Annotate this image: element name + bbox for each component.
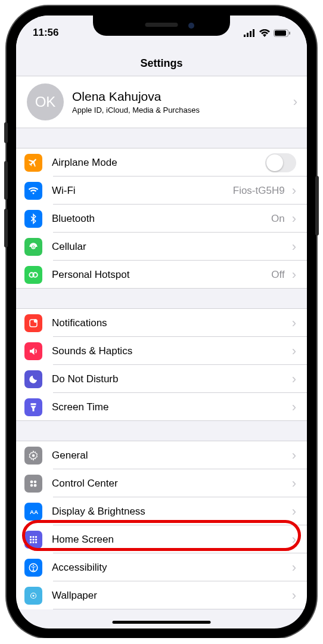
row-accessibility[interactable]: Accessibility › — [16, 553, 307, 581]
section-gap — [16, 289, 307, 309]
svg-rect-1 — [247, 33, 249, 37]
svg-rect-2 — [250, 31, 251, 37]
svg-rect-6 — [289, 32, 290, 35]
front-camera — [188, 23, 194, 29]
svg-text:AA: AA — [30, 508, 38, 515]
control-center-icon — [24, 475, 42, 493]
chevron-right-icon: › — [292, 588, 296, 603]
svg-rect-18 — [30, 536, 32, 538]
row-notifications[interactable]: Notifications › — [16, 309, 307, 337]
wifi-icon — [24, 182, 42, 200]
section-gap — [16, 128, 307, 148]
chevron-right-icon: › — [292, 183, 296, 199]
power-button[interactable] — [315, 176, 319, 236]
row-wallpaper[interactable]: Wallpaper › — [16, 581, 307, 609]
row-personal-hotspot[interactable]: Personal Hotspot Off › — [16, 261, 307, 289]
row-wifi[interactable]: Wi-Fi Fios-tG5H9 › — [16, 177, 307, 205]
screen: 11:56 Settings OK Olena Kahujova Apple I… — [16, 16, 307, 628]
row-control-center[interactable]: Control Center › — [16, 469, 307, 497]
cellular-icon — [24, 238, 42, 256]
svg-point-7 — [33, 246, 35, 247]
svg-rect-25 — [33, 541, 35, 543]
sounds-icon — [24, 342, 42, 360]
profile-name: Olena Kahujova — [72, 89, 200, 104]
row-label: Cellular — [52, 241, 290, 253]
mute-switch[interactable] — [4, 122, 8, 143]
hotspot-icon — [24, 266, 42, 284]
general-icon — [24, 447, 42, 465]
chevron-right-icon: › — [292, 371, 296, 387]
airplane-icon — [24, 154, 42, 172]
row-airplane-mode[interactable]: Airplane Mode — [16, 148, 307, 177]
row-cellular[interactable]: Cellular › — [16, 233, 307, 261]
wallpaper-icon — [24, 587, 42, 605]
screentime-icon — [24, 398, 42, 416]
row-do-not-disturb[interactable]: Do Not Disturb › — [16, 365, 307, 393]
bluetooth-icon — [24, 210, 42, 228]
chevron-right-icon: › — [292, 343, 296, 359]
row-value: On — [271, 213, 285, 225]
notifications-icon — [24, 314, 42, 332]
chevron-right-icon: › — [293, 94, 297, 110]
svg-rect-5 — [275, 30, 286, 36]
avatar: OK — [27, 83, 64, 120]
row-value: Fios-tG5H9 — [233, 185, 285, 197]
svg-point-15 — [30, 484, 33, 487]
chevron-right-icon: › — [292, 315, 296, 331]
volume-down-button[interactable] — [4, 209, 8, 247]
row-label: Control Center — [52, 478, 290, 490]
cellular-signal-icon — [244, 29, 256, 37]
svg-rect-21 — [30, 538, 32, 540]
home-indicator[interactable] — [113, 621, 211, 624]
profile-subtitle: Apple ID, iCloud, Media & Purchases — [72, 106, 200, 114]
row-label: Sounds & Haptics — [52, 345, 290, 357]
svg-point-30 — [33, 595, 35, 596]
row-value: Off — [271, 269, 284, 281]
row-home-screen[interactable]: Home Screen › — [16, 525, 307, 553]
phone-frame: 11:56 Settings OK Olena Kahujova Apple I… — [7, 6, 316, 638]
chevron-right-icon: › — [292, 239, 296, 255]
row-bluetooth[interactable]: Bluetooth On › — [16, 205, 307, 233]
svg-rect-13 — [30, 480, 33, 483]
display-icon: AA — [24, 503, 42, 521]
row-label: Display & Brightness — [52, 506, 290, 518]
row-display-brightness[interactable]: AA Display & Brightness › — [16, 497, 307, 525]
row-general[interactable]: General › — [16, 441, 307, 469]
battery-icon — [274, 29, 290, 37]
row-label: Wi-Fi — [52, 185, 233, 197]
airplane-toggle[interactable] — [265, 153, 296, 172]
svg-rect-0 — [244, 35, 246, 37]
row-label: Wallpaper — [52, 590, 290, 602]
row-label: General — [52, 450, 290, 462]
row-label: Bluetooth — [52, 213, 271, 225]
svg-rect-16 — [34, 484, 37, 487]
svg-rect-24 — [30, 541, 32, 543]
row-label: Accessibility — [52, 562, 290, 574]
accessibility-icon — [24, 559, 42, 577]
row-label: Personal Hotspot — [52, 269, 271, 281]
svg-rect-3 — [253, 29, 254, 37]
earpiece-speaker — [145, 23, 178, 27]
profile-row[interactable]: OK Olena Kahujova Apple ID, iCloud, Medi… — [16, 76, 307, 128]
chevron-right-icon: › — [292, 560, 296, 575]
row-label: Notifications — [52, 317, 290, 329]
chevron-right-icon: › — [292, 400, 296, 415]
svg-rect-22 — [33, 538, 35, 540]
row-screen-time[interactable]: Screen Time › — [16, 393, 307, 421]
row-label: Airplane Mode — [52, 157, 265, 169]
svg-point-11 — [35, 320, 38, 323]
chevron-right-icon: › — [292, 476, 296, 491]
svg-rect-19 — [33, 536, 35, 538]
svg-point-28 — [33, 565, 34, 566]
page-title: Settings — [16, 44, 307, 76]
chevron-right-icon: › — [292, 211, 296, 227]
row-sounds-haptics[interactable]: Sounds & Haptics › — [16, 337, 307, 365]
chevron-right-icon: › — [292, 532, 296, 547]
svg-rect-23 — [35, 538, 37, 540]
row-label: Home Screen — [52, 534, 290, 546]
volume-up-button[interactable] — [4, 161, 8, 200]
row-label: Screen Time — [52, 401, 290, 413]
wifi-icon — [259, 29, 270, 37]
home-screen-icon — [24, 531, 42, 549]
svg-point-14 — [34, 480, 37, 483]
